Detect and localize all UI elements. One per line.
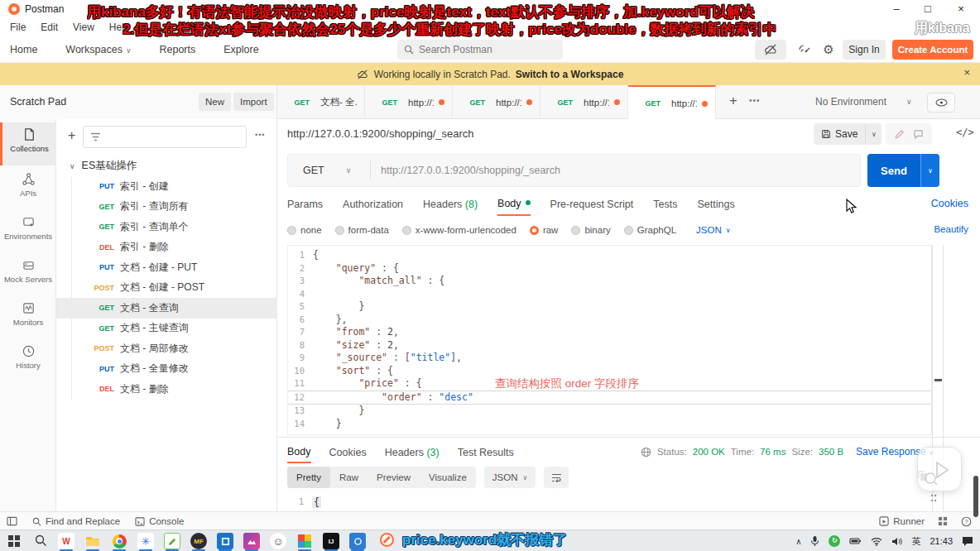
tab-options-icon[interactable]: ••• xyxy=(749,96,761,105)
taskbar-wps-icon[interactable]: W xyxy=(58,533,74,549)
editor-line[interactable]: 9 "_source" : ["title"], xyxy=(288,352,931,365)
taskbar-photos-icon[interactable] xyxy=(243,533,260,549)
window-scrollbar-thumb[interactable] xyxy=(973,476,978,517)
save-button[interactable]: Save xyxy=(814,123,865,145)
collections-more-icon[interactable]: ••• xyxy=(255,131,265,139)
tab-params[interactable]: Params xyxy=(287,194,323,215)
tab-prerequest[interactable]: Pre-request Script xyxy=(550,194,634,215)
maximize-button[interactable]: □ xyxy=(914,0,942,18)
sidebar-item-collections[interactable]: Collections xyxy=(0,122,56,165)
response-tab-headers[interactable]: Headers (3) xyxy=(385,443,440,462)
taskbar-smiley-icon[interactable]: ☺ xyxy=(270,533,286,549)
editor-line[interactable]: 13 } xyxy=(288,405,931,418)
panel-toggle-icon[interactable] xyxy=(7,516,17,526)
sidebar-item-history[interactable]: History xyxy=(0,339,56,382)
start-button-icon[interactable] xyxy=(8,535,20,547)
editor-line[interactable]: 3 "match_all" : { xyxy=(288,275,931,288)
taskbar-office-icon[interactable] xyxy=(217,533,233,549)
wrap-lines-button[interactable] xyxy=(544,467,569,488)
split-layout-icon[interactable] xyxy=(938,516,948,526)
banner-close-icon[interactable]: × xyxy=(963,66,970,79)
floating-recorder-widget[interactable] xyxy=(917,447,962,491)
request-item[interactable]: PUT索引 - 创建 xyxy=(56,176,277,197)
response-tab-cookies[interactable]: Cookies xyxy=(329,443,367,462)
tab-headers[interactable]: Headers (8) xyxy=(423,194,478,215)
add-collection-button[interactable]: + xyxy=(68,128,75,143)
view-pretty[interactable]: Pretty xyxy=(287,467,330,488)
request-item[interactable]: DEL文档 - 删除 xyxy=(56,379,277,400)
method-selector[interactable]: GET ∨ xyxy=(288,165,367,176)
comment-icon[interactable] xyxy=(913,129,924,140)
request-item[interactable]: DEL索引 - 删除 xyxy=(56,237,277,258)
nav-workspaces[interactable]: Workspaces∨ xyxy=(65,44,131,55)
request-tab-active[interactable]: GET http://127.... xyxy=(628,85,716,120)
mode-urlencoded[interactable]: x-www-form-urlencoded xyxy=(402,225,516,235)
create-account-button[interactable]: Create Account xyxy=(892,40,973,60)
editor-line[interactable]: 12 "order" : "desc" xyxy=(288,390,931,405)
nav-explore[interactable]: Explore xyxy=(223,44,258,55)
find-replace-button[interactable]: Find and Replace xyxy=(32,516,120,526)
sidebar-item-environments[interactable]: Environments xyxy=(0,210,56,253)
import-button[interactable]: Import xyxy=(233,93,274,111)
save-options-chevron[interactable]: ∨ xyxy=(865,123,882,145)
menu-view[interactable]: View xyxy=(73,22,94,33)
sidebar-item-monitors[interactable]: Monitors xyxy=(0,296,56,339)
request-tab[interactable]: GET http://127.... xyxy=(365,85,453,119)
taskbar-feishu-icon[interactable]: ✳ xyxy=(137,533,154,549)
tray-expand-icon[interactable]: ∧ xyxy=(795,537,801,546)
sidebar-item-apis[interactable]: APIs xyxy=(0,167,56,210)
mode-graphql[interactable]: GraphQL xyxy=(624,225,676,235)
request-tab[interactable]: GET http://127.... xyxy=(453,85,540,119)
mode-binary[interactable]: binary xyxy=(571,225,610,235)
request-item[interactable]: POST文档 - 创建 - POST xyxy=(56,278,277,299)
editor-line[interactable]: 7 "from" : 2, xyxy=(288,326,931,339)
send-options-chevron[interactable]: ∨ xyxy=(920,154,939,187)
pencil-icon[interactable] xyxy=(894,129,905,140)
editor-line[interactable]: 4 xyxy=(288,288,931,301)
code-snippet-toggle[interactable]: </> xyxy=(956,127,974,138)
view-preview[interactable]: Preview xyxy=(368,467,420,488)
taskbar-mf-icon[interactable]: MF xyxy=(190,533,207,549)
tab-tests[interactable]: Tests xyxy=(653,194,677,215)
menu-file[interactable]: File xyxy=(10,22,26,33)
minimize-button[interactable]: – xyxy=(882,0,910,18)
banner-switch-link[interactable]: Switch to a Workspace xyxy=(516,69,623,80)
mode-form-data[interactable]: form-data xyxy=(335,225,389,235)
request-item[interactable]: GET索引 - 查询所有 xyxy=(56,197,277,218)
request-item[interactable]: PUT文档 - 全量修改 xyxy=(56,359,277,380)
editor-line[interactable]: 1{ xyxy=(288,249,931,262)
request-item[interactable]: GET索引 - 查询单个 xyxy=(56,217,277,237)
beautify-link[interactable]: Beautify xyxy=(934,224,968,234)
collection-folder[interactable]: ∨ ES基础操作 xyxy=(56,156,277,176)
offline-cloud-icon[interactable] xyxy=(755,40,786,60)
new-tab-button[interactable]: + xyxy=(724,93,742,108)
request-item-selected[interactable]: GET文档 - 全查询 xyxy=(56,298,277,319)
send-button[interactable]: Send xyxy=(867,154,920,187)
console-button[interactable]: Console xyxy=(135,516,184,526)
view-visualize[interactable]: Visualize xyxy=(420,467,476,488)
taskbar-chrome-icon[interactable] xyxy=(111,533,127,549)
taskbar-pinwheel-icon[interactable] xyxy=(296,533,313,549)
sign-in-button[interactable]: Sign In xyxy=(843,40,886,60)
taskbar-explorer-icon[interactable] xyxy=(84,533,101,549)
editor-line[interactable]: 6 }, xyxy=(288,314,931,327)
request-item[interactable]: PUT文档 - 创建 - PUT xyxy=(56,257,277,278)
request-item[interactable]: GET文档 - 主键查询 xyxy=(56,319,277,339)
editor-line[interactable]: 2 "query" : { xyxy=(288,262,931,276)
clock[interactable]: 21:43 xyxy=(930,536,953,546)
tab-authorization[interactable]: Authorization xyxy=(343,194,403,215)
sidebar-item-mock-servers[interactable]: Mock Servers xyxy=(0,253,56,296)
help-icon[interactable]: ? xyxy=(961,516,972,527)
menu-edit[interactable]: Edit xyxy=(41,22,58,33)
response-tab-test-results[interactable]: Test Results xyxy=(458,443,514,462)
nav-home[interactable]: Home xyxy=(10,44,37,55)
wifi-icon[interactable] xyxy=(871,537,882,546)
request-item[interactable]: POST文档 - 局部修改 xyxy=(56,338,277,359)
taskbar-search-icon[interactable] xyxy=(35,534,47,547)
request-tab[interactable]: GET 文档- 全... xyxy=(277,85,365,119)
mode-none[interactable]: none xyxy=(287,225,322,235)
url-input[interactable]: http://127.0.0.1:9200/shopping/_search xyxy=(374,165,560,176)
editor-line[interactable]: 10 "sort" : { xyxy=(288,365,931,378)
request-body-editor[interactable]: 1{2 "query" : {3 "match_all" : {4 5 }6 }… xyxy=(287,245,932,435)
action-center-icon[interactable] xyxy=(962,536,973,547)
